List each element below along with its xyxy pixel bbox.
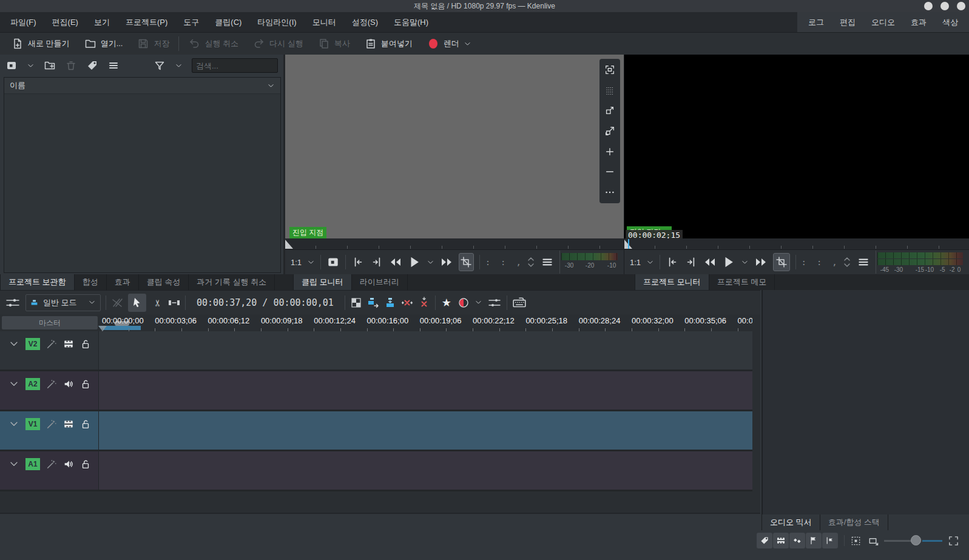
track-collapse-chevron-icon[interactable]: [8, 339, 19, 349]
track-collapse-chevron-icon[interactable]: [8, 379, 19, 390]
menu-item[interactable]: 설정(S): [344, 12, 386, 32]
track-collapse-chevron-icon[interactable]: [8, 459, 19, 470]
track-lane-V1[interactable]: [99, 411, 752, 450]
keyframes-button[interactable]: [789, 533, 805, 548]
overwrite-zone-icon[interactable]: [384, 297, 396, 309]
menu-item[interactable]: 파일(F): [2, 12, 44, 32]
render-button[interactable]: 렌더: [422, 35, 477, 53]
menu-item[interactable]: 클립(C): [207, 12, 249, 32]
lock-track-icon[interactable]: [80, 459, 91, 470]
play-icon[interactable]: [722, 255, 735, 269]
zoom-chevron-down-icon[interactable]: [646, 258, 654, 266]
in-point-marker-icon[interactable]: [285, 240, 293, 249]
hide-track-icon[interactable]: [63, 419, 74, 430]
timeline-ruler[interactable]: 00:00:00;0000:00:03;0600:00:06;1200:00:0…: [0, 314, 752, 331]
chevron-down-icon[interactable]: [27, 62, 35, 70]
zoom-fit-icon[interactable]: [604, 126, 615, 137]
zoom-slider-handle[interactable]: [911, 535, 921, 545]
timeline-timecode[interactable]: 00:00:37,20 / 00:00:00,01: [197, 297, 334, 308]
more-icon[interactable]: [604, 187, 615, 198]
zone-mode-button[interactable]: [459, 253, 474, 271]
lock-track-icon[interactable]: [80, 419, 91, 430]
edit-mode-combo[interactable]: 일반 모드: [25, 294, 101, 311]
select-tool-button[interactable]: [128, 294, 146, 312]
clip-view-icon[interactable]: [5, 59, 18, 72]
razor-tool-icon[interactable]: ✂: [151, 297, 163, 309]
master-track-button[interactable]: 마스터: [2, 316, 98, 329]
play-chevron-down-icon[interactable]: [741, 258, 749, 266]
search-input[interactable]: [192, 58, 278, 73]
grid-icon[interactable]: [604, 85, 615, 96]
window-maximize-button[interactable]: [940, 2, 949, 10]
zoom-chevron-down-icon[interactable]: [307, 258, 315, 266]
rewind-icon[interactable]: [703, 255, 717, 269]
tab-오디오 믹서[interactable]: 오디오 믹서: [761, 514, 820, 530]
tag-button[interactable]: [757, 533, 772, 548]
tag-icon[interactable]: [86, 59, 98, 72]
workspace-button[interactable]: 로그: [808, 17, 824, 28]
plus-icon[interactable]: [604, 146, 615, 157]
lock-track-icon[interactable]: [80, 379, 91, 390]
project-bin-list[interactable]: 이름: [4, 77, 281, 273]
minus-icon[interactable]: [604, 166, 615, 177]
play-icon[interactable]: [408, 255, 421, 269]
track-collapse-chevron-icon[interactable]: [8, 419, 19, 430]
track-target-badge[interactable]: V2: [25, 338, 40, 350]
tab-효과/합성 스택[interactable]: 효과/합성 스택: [820, 514, 888, 530]
tab-라이브러리[interactable]: 라이브러리: [352, 274, 408, 290]
track-target-badge[interactable]: V1: [25, 418, 40, 430]
menu-item[interactable]: 보기: [86, 12, 118, 32]
keyboard-icon[interactable]: [512, 297, 527, 309]
monitor-playhead[interactable]: [628, 239, 629, 249]
track-effects-wand-icon[interactable]: [46, 459, 57, 470]
timeline-zoom-slider[interactable]: [884, 533, 942, 548]
marker-button[interactable]: [822, 533, 838, 548]
zone-out-icon[interactable]: [370, 255, 383, 269]
zone-in-icon[interactable]: [666, 255, 679, 269]
workspace-button[interactable]: 오디오: [871, 17, 895, 28]
menu-item[interactable]: 도움말(H): [386, 12, 436, 32]
forward-icon[interactable]: [440, 255, 453, 269]
menu-item[interactable]: 편집(E): [44, 12, 86, 32]
new-folder-icon[interactable]: [44, 59, 56, 72]
workspace-button[interactable]: 색상: [942, 17, 958, 28]
flag-button[interactable]: [806, 533, 822, 548]
track-effects-wand-icon[interactable]: [46, 339, 57, 349]
monitor-menu-icon[interactable]: [857, 255, 870, 269]
timeline-zone[interactable]: [102, 326, 141, 330]
monitor-zoom-level[interactable]: 1:1: [291, 258, 302, 267]
fit-zoom-icon[interactable]: [867, 535, 879, 547]
zoom-original-icon[interactable]: [604, 105, 615, 116]
track-header-V1[interactable]: V1: [0, 411, 99, 450]
menu-item[interactable]: 프로젝트(P): [118, 12, 175, 32]
track-lane-A1[interactable]: [99, 451, 752, 490]
clip-monitor-zone-bar[interactable]: [285, 238, 624, 249]
zone-mode-button[interactable]: [773, 253, 790, 271]
menu-item[interactable]: 도구: [175, 12, 207, 32]
track-lane-A2[interactable]: [99, 371, 752, 410]
insert-zone-icon[interactable]: [367, 297, 379, 309]
track-lane-V2[interactable]: [99, 331, 752, 369]
open-button[interactable]: 열기...: [79, 35, 129, 53]
record-icon[interactable]: [457, 297, 470, 309]
tab-클립 속성[interactable]: 클립 속성: [139, 274, 189, 290]
tab-합성[interactable]: 합성: [75, 274, 107, 290]
filter-chevron-down-icon[interactable]: [175, 62, 183, 70]
bin-header-chevron-down-icon[interactable]: [267, 82, 275, 90]
forward-icon[interactable]: [754, 255, 768, 269]
monitor-zoom-level[interactable]: 1:1: [630, 258, 641, 267]
paste-button[interactable]: 붙여넣기: [359, 35, 418, 53]
lift-zone-icon[interactable]: [418, 297, 430, 309]
extract-zone-icon[interactable]: [401, 297, 413, 309]
tab-효과[interactable]: 효과: [107, 274, 139, 290]
project-monitor-video-area[interactable]: [624, 55, 969, 238]
play-chevron-down-icon[interactable]: [427, 258, 434, 266]
monitor-timecode[interactable]: : : ,: [802, 257, 837, 267]
mixer-toggle-icon[interactable]: [487, 297, 502, 309]
zoom-full-icon[interactable]: [948, 535, 959, 547]
clip-in-timeline-icon[interactable]: [326, 255, 340, 269]
timecode-spinner-icon[interactable]: [527, 255, 535, 269]
tab-프로젝트 메모[interactable]: 프로젝트 메모: [709, 274, 775, 290]
track-settings-icon[interactable]: [5, 297, 21, 309]
select-zone-icon[interactable]: [850, 535, 862, 547]
